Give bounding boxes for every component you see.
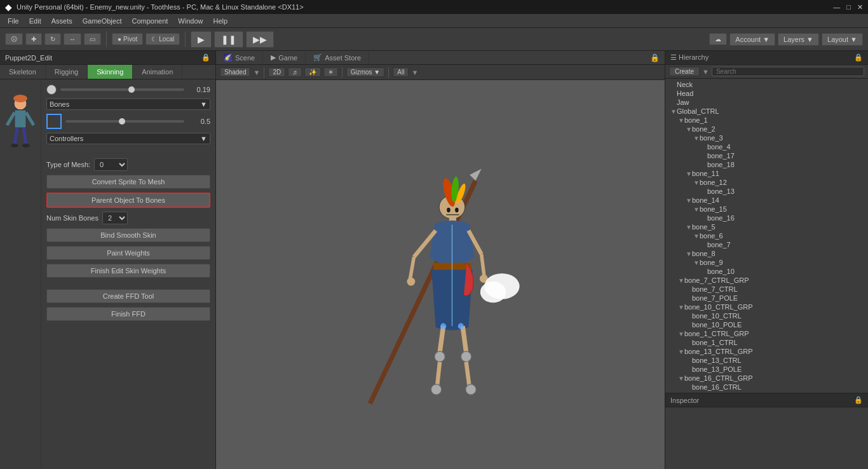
cloud-btn[interactable]: ☁ <box>709 33 727 45</box>
fx-btn[interactable]: ✨ <box>304 67 321 77</box>
list-item[interactable]: bone_7 <box>665 240 868 249</box>
list-item[interactable]: ▼bone_6 <box>665 231 868 240</box>
list-item[interactable]: bone_7_CTRL <box>665 285 868 294</box>
list-item[interactable]: ▼bone_7_CTRL_GRP <box>665 276 868 285</box>
menu-window[interactable]: Window <box>173 16 208 26</box>
hier-create-arrow: ▼ <box>702 68 709 76</box>
inspector-lock-icon[interactable]: 🔒 <box>854 396 863 404</box>
list-item[interactable]: Head <box>665 89 868 98</box>
bones-slider-thumb[interactable] <box>128 86 135 93</box>
convert-sprite-btn[interactable]: Convert Sprite To Mesh <box>46 175 210 189</box>
scene-icon: 🌠 <box>224 53 233 62</box>
rect-tool-btn[interactable]: ▭ <box>84 33 101 45</box>
list-item[interactable]: bone_13 <box>665 187 868 196</box>
2d-btn[interactable]: 2D <box>268 67 285 77</box>
hand-tool-btn[interactable]: ☹ <box>5 33 23 45</box>
menu-help[interactable]: Help <box>208 16 233 26</box>
list-item[interactable]: bone_18 <box>665 160 868 169</box>
menu-component[interactable]: Component <box>126 16 173 26</box>
viewport-lock-icon[interactable]: 🔒 <box>650 53 660 62</box>
menu-assets[interactable]: Assets <box>46 16 78 26</box>
account-btn[interactable]: Account ▼ <box>729 33 775 46</box>
game-tab[interactable]: ▶ Game <box>263 51 306 64</box>
controllers-select[interactable]: Controllers ▼ <box>46 133 210 144</box>
hierarchy-create-btn[interactable]: Create <box>669 67 700 76</box>
rotate-tool-btn[interactable]: ↻ <box>44 33 61 45</box>
tab-skinning[interactable]: Skinning <box>88 65 133 79</box>
pivot-btn[interactable]: ● Pivot <box>112 33 143 45</box>
hierarchy-list[interactable]: Neck Head Jaw ▼Global_CTRL ▼bone_1 ▼bone… <box>665 79 868 393</box>
step-btn[interactable]: ▶▶ <box>246 31 274 48</box>
list-item[interactable]: bone_10 <box>665 267 868 276</box>
puppet-tab-lock[interactable]: 🔒 <box>201 53 210 62</box>
scene-light-btn[interactable]: ☀ <box>323 67 338 77</box>
hierarchy-lock-icon[interactable]: 🔒 <box>854 53 863 62</box>
list-item[interactable]: bone_7_POLE <box>665 294 868 302</box>
list-item[interactable]: bone_13_CTRL <box>665 356 868 365</box>
bind-smooth-btn[interactable]: Bind Smooth Skin <box>46 228 210 242</box>
list-item[interactable]: Jaw <box>665 98 868 107</box>
list-item[interactable]: ▼bone_12 <box>665 178 868 187</box>
parent-object-btn[interactable]: Parent Object To Bones <box>46 193 210 208</box>
list-item[interactable]: bone_10_CTRL <box>665 311 868 320</box>
list-item[interactable]: ▼bone_9 <box>665 258 868 267</box>
minimize-btn[interactable]: — <box>833 3 840 11</box>
finish-ffd-btn[interactable]: Finish FFD <box>46 307 210 321</box>
gizmos-btn[interactable]: Gizmos ▼ <box>346 67 385 77</box>
create-ffd-btn[interactable]: Create FFD Tool <box>46 289 210 303</box>
local-btn[interactable]: ☾ Local <box>146 33 180 45</box>
controllers-slider-track[interactable] <box>65 120 184 123</box>
list-item[interactable]: ▼bone_1_CTRL_GRP <box>665 329 868 338</box>
menu-file[interactable]: File <box>3 16 24 26</box>
finish-edit-btn[interactable]: Finish Edit Skin Weights <box>46 264 210 278</box>
tab-rigging[interactable]: Rigging <box>46 65 88 79</box>
layout-btn[interactable]: Layout ▼ <box>822 33 863 46</box>
list-item[interactable]: ▼bone_3 <box>665 133 868 142</box>
list-item[interactable]: bone_13_POLE <box>665 365 868 374</box>
type-mesh-select[interactable]: 0 1 <box>94 158 128 171</box>
list-item[interactable]: ▼bone_2 <box>665 125 868 133</box>
hierarchy-header: ☰ Hierarchy 🔒 <box>665 51 868 65</box>
list-item[interactable]: bone_1_CTRL <box>665 338 868 347</box>
scene-tab[interactable]: 🌠 Scene <box>216 51 263 64</box>
close-btn[interactable]: ✕ <box>857 3 863 11</box>
list-item[interactable]: ▼bone_11 <box>665 169 868 178</box>
viewport[interactable] <box>216 80 665 469</box>
list-item[interactable]: ▼bone_14 <box>665 196 868 205</box>
list-item[interactable]: bone_17 <box>665 151 868 160</box>
tab-skeleton[interactable]: Skeleton <box>0 65 46 79</box>
list-item[interactable]: ▼bone_8 <box>665 249 868 258</box>
list-item[interactable]: bone_16 <box>665 214 868 222</box>
list-item[interactable]: ▼bone_15 <box>665 205 868 214</box>
list-item[interactable]: ▼bone_5 <box>665 222 868 231</box>
list-item[interactable]: bone_4 <box>665 142 868 151</box>
list-item[interactable]: ▼bone_10_CTRL_GRP <box>665 302 868 311</box>
bones-select[interactable]: Bones ▼ <box>46 99 210 110</box>
tab-animation[interactable]: Animation <box>133 65 182 79</box>
pause-btn[interactable]: ❚❚ <box>214 31 243 48</box>
layers-btn[interactable]: Layers ▼ <box>778 33 819 46</box>
asset-store-tab[interactable]: 🛒 Asset Store <box>306 51 369 64</box>
play-btn[interactable]: ▶ <box>191 31 212 48</box>
menu-edit[interactable]: Edit <box>24 16 46 26</box>
scale-tool-btn[interactable]: ↔ <box>64 33 81 45</box>
all-btn[interactable]: All <box>393 67 409 77</box>
maximize-btn[interactable]: □ <box>846 3 851 11</box>
list-item[interactable]: ▼Global_CTRL <box>665 107 868 116</box>
shaded-btn[interactable]: Shaded <box>220 67 250 77</box>
num-skin-select[interactable]: 2 3 4 <box>102 212 128 224</box>
list-item[interactable]: ▼bone_1 <box>665 116 868 125</box>
bones-slider-track[interactable] <box>60 88 184 91</box>
list-item[interactable]: ▼bone_13_CTRL_GRP <box>665 347 868 356</box>
list-item[interactable]: bone_10_POLE <box>665 320 868 329</box>
list-item[interactable]: Neck <box>665 80 868 89</box>
controllers-slider-thumb[interactable] <box>119 118 125 125</box>
svg-point-22 <box>407 278 415 286</box>
menu-gameobject[interactable]: GameObject <box>78 16 127 26</box>
hierarchy-search-input[interactable] <box>712 67 864 76</box>
move-tool-btn[interactable]: ✚ <box>25 33 42 45</box>
audio-btn[interactable]: ♬ <box>288 67 302 77</box>
list-item[interactable]: ▼bone_16_CTRL_GRP <box>665 374 868 383</box>
paint-weights-btn[interactable]: Paint Weights <box>46 246 210 260</box>
list-item[interactable]: bone_16_CTRL <box>665 383 868 391</box>
